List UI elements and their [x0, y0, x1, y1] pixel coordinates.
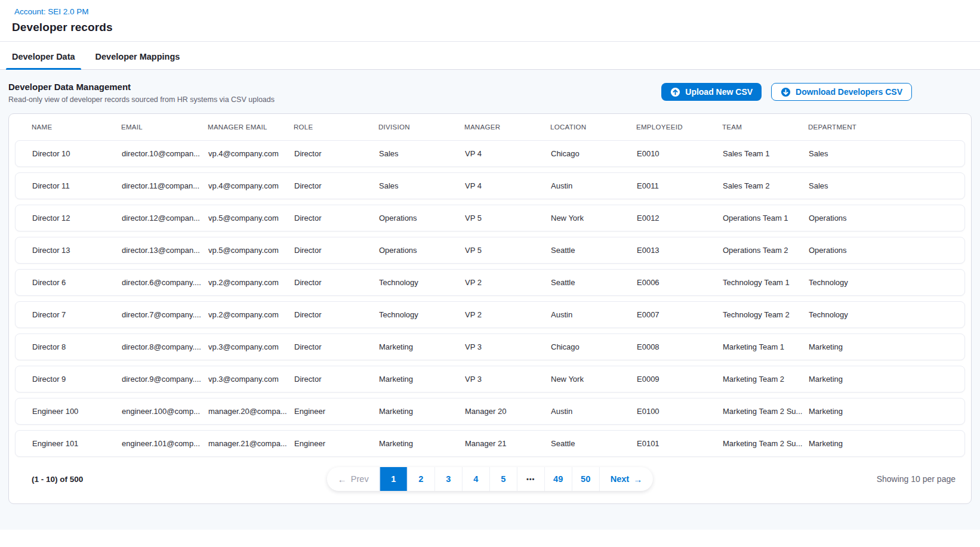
table-cell: vp.3@company.com [208, 375, 294, 384]
table-cell: Manager 20 [465, 407, 551, 416]
column-header: EMAIL [121, 123, 208, 131]
table-cell: Director 12 [32, 214, 122, 222]
table-cell: Operations [379, 214, 465, 222]
column-header: MANAGER [464, 123, 550, 131]
content-area: Developer Data Management Read-only view… [0, 70, 980, 530]
table-cell: Director [294, 342, 379, 351]
table-cell: E0013 [637, 246, 723, 255]
section-header: Developer Data Management Read-only view… [8, 82, 972, 104]
table-row: Director 13director.13@compan...vp.5@com… [15, 237, 965, 264]
page-button-50[interactable]: 50 [572, 467, 599, 491]
table-cell: Director [294, 375, 379, 384]
table-cell: Marketing Team 2 Su... [723, 407, 809, 416]
table-cell: Austin [551, 181, 637, 190]
table-cell: director.8@company.... [122, 342, 208, 351]
table-cell: Technology [809, 278, 962, 287]
table-cell: VP 2 [465, 278, 551, 287]
table-cell: Engineer 101 [32, 439, 122, 448]
table-cell: Director 8 [32, 342, 122, 351]
table-cell: Engineer 100 [32, 407, 122, 416]
download-csv-label: Download Developers CSV [796, 87, 902, 97]
table-row: Engineer 101engineer.101@comp...manager.… [15, 430, 965, 457]
table-cell: vp.2@company.com [208, 278, 294, 287]
table-row: Director 10director.10@compan...vp.4@com… [15, 140, 965, 167]
table-cell: Marketing [379, 342, 465, 351]
table-cell: New York [551, 375, 637, 384]
table-cell: Technology [379, 310, 465, 319]
table-cell: director.13@compan... [122, 246, 208, 255]
table-cell: manager.20@compa... [208, 407, 294, 416]
pagination-range: (1 - 10) of 500 [32, 475, 83, 484]
table-cell: Chicago [551, 342, 637, 351]
table-cell: Operations Team 2 [723, 246, 809, 255]
table-row: Director 12director.12@compan...vp.5@com… [15, 205, 965, 231]
page-button-49[interactable]: 49 [544, 467, 572, 491]
table-cell: vp.4@company.com [208, 181, 294, 190]
table-cell: director.12@compan... [122, 214, 208, 222]
download-csv-button[interactable]: Download Developers CSV [771, 83, 912, 101]
table-cell: Marketing [809, 407, 962, 416]
pagination-next-button[interactable]: Next → [599, 467, 653, 491]
arrow-up-circle-icon [670, 87, 680, 97]
tab-bar: Developer DataDeveloper Mappings [0, 42, 980, 70]
page-button-5[interactable]: 5 [489, 467, 517, 491]
page-button-3[interactable]: 3 [434, 467, 462, 491]
table-cell: E0008 [637, 342, 723, 351]
table-cell: engineer.100@comp... [122, 407, 208, 416]
table-cell: Austin [551, 310, 637, 319]
prev-label: Prev [351, 474, 369, 484]
page-title: Developer records [12, 21, 968, 34]
table-cell: Director 13 [32, 246, 122, 255]
table-cell: Director 9 [32, 375, 122, 384]
page-button-4[interactable]: 4 [462, 467, 489, 491]
table-cell: Seattle [551, 278, 637, 287]
table-cell: Sales Team 1 [723, 149, 809, 158]
table-cell: Technology [379, 278, 465, 287]
table-row: Director 7director.7@company....vp.2@com… [15, 301, 965, 328]
table-cell: Director 10 [32, 149, 122, 158]
table-cell: director.10@compan... [122, 149, 208, 158]
table-cell: E0009 [637, 375, 723, 384]
table-body: Director 10director.10@compan...vp.4@com… [9, 140, 971, 457]
table-cell: Marketing [809, 375, 962, 384]
pagination-ellipsis: ••• [517, 467, 544, 491]
table-cell: Marketing Team 2 [723, 375, 809, 384]
table-cell: Operations [379, 246, 465, 255]
table-cell: VP 2 [465, 310, 551, 319]
table-cell: vp.4@company.com [208, 149, 294, 158]
table-cell: Director 6 [32, 278, 122, 287]
table-cell: Director 11 [32, 181, 122, 190]
column-header: ROLE [294, 123, 378, 131]
section-subtitle: Read-only view of developer records sour… [8, 95, 275, 104]
developer-table: NAMEEMAILMANAGER EMAILROLEDIVISIONMANAGE… [8, 113, 972, 504]
table-cell: director.6@company.... [122, 278, 208, 287]
table-cell: Technology Team 1 [723, 278, 809, 287]
table-cell: Sales [379, 149, 465, 158]
table-cell: Sales [809, 149, 962, 158]
section-title: Developer Data Management [8, 82, 275, 92]
upload-csv-button[interactable]: Upload New CSV [661, 83, 762, 101]
table-cell: Director 7 [32, 310, 122, 319]
table-cell: VP 5 [465, 246, 551, 255]
table-cell: E0010 [637, 149, 723, 158]
table-cell: E0011 [637, 181, 723, 190]
page-button-2[interactable]: 2 [407, 467, 434, 491]
table-cell: Director [294, 214, 379, 222]
table-cell: Technology [809, 310, 962, 319]
next-label: Next [611, 474, 629, 484]
table-cell: Sales [379, 181, 465, 190]
table-cell: Seattle [551, 246, 637, 255]
table-cell: Technology Team 2 [723, 310, 809, 319]
table-row: Engineer 100engineer.100@comp...manager.… [15, 398, 965, 425]
page-button-1[interactable]: 1 [380, 467, 407, 491]
table-cell: VP 3 [465, 342, 551, 351]
column-header: DEPARTMENT [808, 123, 963, 131]
table-row: Director 6director.6@company....vp.2@com… [15, 269, 965, 296]
pagination-prev-button[interactable]: ← Prev [327, 467, 380, 491]
table-cell: E0100 [637, 407, 723, 416]
column-header: NAME [32, 123, 121, 131]
account-link[interactable]: Account: SEI 2.0 PM [14, 7, 89, 16]
tab-developer-data[interactable]: Developer Data [6, 52, 81, 69]
tab-developer-mappings[interactable]: Developer Mappings [90, 52, 186, 69]
table-cell: E0006 [637, 278, 723, 287]
